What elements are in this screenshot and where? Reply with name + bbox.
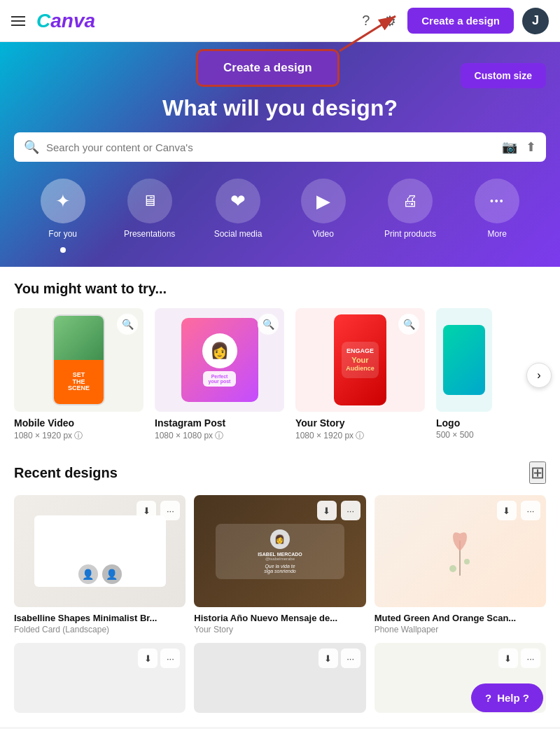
recent-card-3[interactable]: ⬇ ··· Muted Green And Orange Scan... Pho… — [374, 495, 546, 634]
recent-card-1[interactable]: ⬇ ··· 👤 👤 Isabelline Shapes Minimalist B… — [14, 495, 186, 634]
for-you-label: For you — [48, 229, 77, 239]
recent-card-2-title: Historia Año Nuevo Mensaje de... — [194, 613, 365, 623]
annotation-arrow — [332, 13, 402, 55]
svg-line-1 — [340, 16, 396, 51]
card-mobile-video-title: Mobile Video — [14, 417, 144, 429]
card-1-actions: ⬇ ··· — [136, 501, 180, 520]
card-story-img: ENGAGE Your Audience 🔍 — [295, 308, 425, 412]
help-button[interactable]: ? Help ? — [471, 683, 543, 712]
recent-card-2-sub: Your Story — [194, 625, 365, 634]
recent-grid: ⬇ ··· 👤 👤 Isabelline Shapes Minimalist B… — [14, 495, 546, 634]
search-input[interactable] — [46, 141, 495, 153]
card-search-overlay[interactable]: 🔍 — [117, 314, 138, 335]
more-btn-3[interactable]: ··· — [521, 501, 540, 520]
create-design-header-button[interactable]: Create a design — [407, 8, 514, 34]
categories-row: ✦ For you 🖥 Presentations ❤ Social media… — [14, 179, 546, 253]
category-social-media[interactable]: ❤ Social media — [214, 179, 262, 253]
more-label: More — [488, 229, 507, 239]
download-btn-2[interactable]: ⬇ — [317, 501, 337, 520]
grid-toggle-button[interactable]: ⊞ — [529, 461, 546, 484]
try-section-title: You might want to try... — [14, 281, 546, 297]
recent-header: Recent designs ⊞ — [14, 461, 546, 484]
second-row-cards: ⬇ ··· ⬇ ··· ⬇ ··· — [14, 643, 546, 713]
card-story-sub: 1080 × 1920 px ⓘ — [295, 430, 425, 442]
category-more[interactable]: ••• More — [475, 179, 519, 253]
card-2-actions: ⬇ ··· — [317, 501, 360, 520]
category-video[interactable]: ▶ Video — [301, 179, 346, 253]
card-mobile-video-img: SET THE SCENE 🔍 — [14, 308, 144, 412]
sr-download-2[interactable]: ⬇ — [318, 648, 338, 668]
more-icon: ••• — [475, 179, 519, 223]
presentations-icon: 🖥 — [127, 179, 172, 223]
recent-card-1-img: ⬇ ··· 👤 👤 — [14, 495, 186, 607]
story-search-overlay[interactable]: 🔍 — [398, 314, 419, 335]
card-ig-sub: 1080 × 1080 px ⓘ — [155, 430, 284, 442]
recent-section-title: Recent designs — [14, 465, 118, 481]
recent-card-3-title: Muted Green And Orange Scan... — [374, 613, 546, 623]
category-print-products[interactable]: 🖨 Print products — [384, 179, 436, 253]
sr-more-2[interactable]: ··· — [341, 648, 360, 668]
cards-container: SET THE SCENE 🔍 Mobile Video 1080 × 1920… — [14, 308, 546, 442]
card-logo-sub: 500 × 500 — [436, 430, 492, 440]
recent-card-3-img: ⬇ ··· — [374, 495, 546, 607]
video-icon: ▶ — [301, 179, 346, 223]
presentations-label: Presentations — [124, 229, 175, 239]
sr-more-3[interactable]: ··· — [521, 648, 540, 668]
camera-icon-btn[interactable]: 📷 — [502, 139, 517, 155]
card-story-title: Your Story — [295, 417, 425, 429]
active-dot — [60, 247, 66, 253]
card-3-actions: ⬇ ··· — [497, 501, 540, 520]
card-logo[interactable]: Logo 500 × 500 — [436, 308, 492, 442]
category-for-you[interactable]: ✦ For you — [41, 179, 85, 253]
sr-more-1[interactable]: ··· — [160, 648, 180, 668]
recent-card-1-title: Isabelline Shapes Minimalist Br... — [14, 613, 186, 623]
category-presentations[interactable]: 🖥 Presentations — [124, 179, 175, 253]
card-logo-img — [436, 308, 492, 412]
download-btn-3[interactable]: ⬇ — [497, 501, 517, 520]
avatar[interactable]: J — [522, 8, 549, 34]
card-mobile-video-sub: 1080 × 1920 px ⓘ — [14, 430, 144, 442]
download-btn-1[interactable]: ⬇ — [136, 501, 156, 520]
search-action-icons: 📷 ⬆ — [502, 139, 536, 155]
ig-search-overlay[interactable]: 🔍 — [258, 314, 279, 335]
help-label: Help ? — [497, 692, 529, 704]
search-icon: 🔍 — [24, 139, 39, 155]
try-cards-row: SET THE SCENE 🔍 Mobile Video 1080 × 1920… — [14, 308, 546, 442]
sr-3-actions: ⬇ ··· — [498, 648, 540, 668]
recent-card-1-sub: Folded Card (Landscape) — [14, 625, 186, 634]
recent-card-2-img: ⬇ ··· 👩 ISABEL MERCADO @isabelmerabe Que… — [194, 495, 365, 607]
canva-logo: Canva — [36, 10, 95, 32]
recent-card-2[interactable]: ⬇ ··· 👩 ISABEL MERCADO @isabelmerabe Que… — [194, 495, 365, 634]
card-ig-title: Instagram Post — [155, 417, 284, 429]
card-logo-title: Logo — [436, 417, 492, 429]
custom-size-button[interactable]: Custom size — [461, 63, 546, 88]
card-instagram-img: 👩 Perfect your post 🔍 — [155, 308, 284, 412]
svg-point-3 — [449, 565, 456, 572]
social-media-icon: ❤ — [216, 179, 260, 223]
sr-card-1[interactable]: ⬇ ··· — [14, 643, 186, 713]
heart-plant-illustration — [439, 520, 481, 583]
card-instagram-post[interactable]: 👩 Perfect your post 🔍 Instagram Post 108… — [155, 308, 284, 442]
card-your-story[interactable]: ENGAGE Your Audience 🔍 Your Story 1080 ×… — [295, 308, 425, 442]
sr-download-3[interactable]: ⬇ — [498, 648, 518, 668]
sr-download-1[interactable]: ⬇ — [138, 648, 158, 668]
hamburger-menu[interactable] — [11, 16, 25, 26]
help-icon: ? — [485, 692, 491, 704]
upload-icon-btn[interactable]: ⬆ — [526, 139, 536, 155]
hero-title: What will you design? — [14, 95, 546, 121]
more-btn-1[interactable]: ··· — [160, 501, 180, 520]
social-media-label: Social media — [214, 229, 262, 239]
for-you-icon: ✦ — [41, 179, 85, 223]
card-mobile-video[interactable]: SET THE SCENE 🔍 Mobile Video 1080 × 1920… — [14, 308, 144, 442]
header: Canva ? ⚙ Create a design J — [0, 0, 560, 42]
svg-point-4 — [464, 559, 470, 564]
sr-card-2[interactable]: ⬇ ··· — [194, 643, 365, 713]
next-cards-button[interactable]: › — [526, 363, 552, 388]
more-btn-2[interactable]: ··· — [341, 501, 360, 520]
recent-card-3-sub: Phone Wallpaper — [374, 625, 546, 634]
annotation-box: Create a design — [196, 49, 340, 87]
print-products-label: Print products — [384, 229, 436, 239]
print-products-icon: 🖨 — [388, 179, 433, 223]
header-left: Canva — [11, 10, 95, 32]
main-content: You might want to try... SET THE SCENE 🔍 — [0, 267, 560, 727]
